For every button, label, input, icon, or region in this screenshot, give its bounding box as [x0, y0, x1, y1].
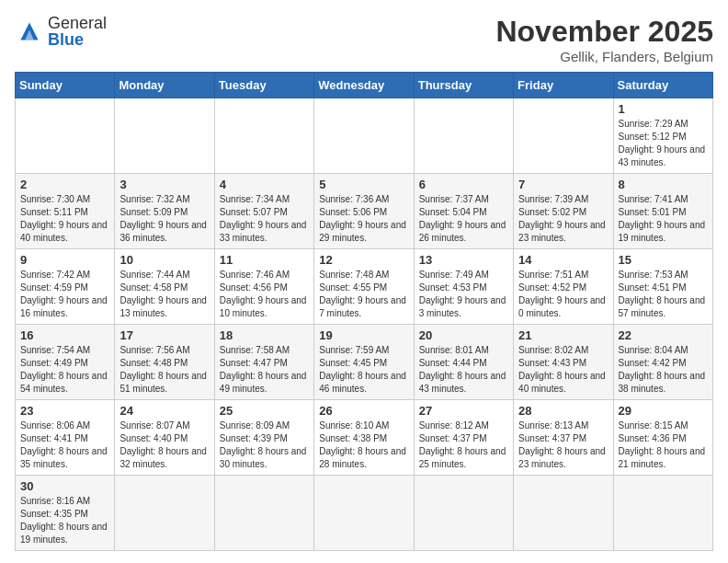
day-info: Sunrise: 7:34 AM Sunset: 5:07 PM Dayligh…	[220, 193, 309, 245]
day-number: 4	[220, 178, 309, 191]
location-subtitle: Gellik, Flanders, Belgium	[495, 49, 713, 64]
calendar-cell: 5Sunrise: 7:36 AM Sunset: 5:06 PM Daylig…	[314, 174, 414, 249]
day-info: Sunrise: 8:12 AM Sunset: 4:37 PM Dayligh…	[419, 419, 508, 471]
calendar-table: SundayMondayTuesdayWednesdayThursdayFrid…	[15, 72, 713, 551]
day-info: Sunrise: 7:37 AM Sunset: 5:04 PM Dayligh…	[419, 193, 508, 245]
day-number: 1	[619, 102, 708, 116]
calendar-cell: 13Sunrise: 7:49 AM Sunset: 4:53 PM Dayli…	[414, 249, 513, 325]
calendar-cell: 23Sunrise: 8:06 AM Sunset: 4:41 PM Dayli…	[16, 400, 115, 476]
day-info: Sunrise: 8:01 AM Sunset: 4:44 PM Dayligh…	[419, 344, 508, 396]
day-info: Sunrise: 7:53 AM Sunset: 4:51 PM Dayligh…	[619, 269, 708, 320]
day-number: 14	[518, 253, 608, 267]
day-number: 20	[419, 328, 508, 342]
calendar-cell: 10Sunrise: 7:44 AM Sunset: 4:58 PM Dayli…	[115, 249, 214, 325]
calendar-cell: 8Sunrise: 7:41 AM Sunset: 5:01 PM Daylig…	[613, 174, 712, 249]
day-info: Sunrise: 8:04 AM Sunset: 4:42 PM Dayligh…	[619, 344, 708, 396]
calendar-cell: 6Sunrise: 7:37 AM Sunset: 5:04 PM Daylig…	[414, 174, 513, 249]
day-number: 11	[220, 253, 309, 267]
day-number: 24	[119, 404, 209, 418]
day-number: 17	[119, 328, 209, 342]
calendar-cell: 26Sunrise: 8:10 AM Sunset: 4:38 PM Dayli…	[314, 400, 414, 476]
calendar-cell	[16, 98, 115, 174]
calendar-cell	[214, 476, 313, 551]
calendar-cell	[613, 476, 712, 551]
calendar-cell	[514, 98, 613, 174]
day-number: 12	[319, 253, 408, 267]
weekday-header-tuesday: Tuesday	[214, 73, 313, 98]
day-info: Sunrise: 8:16 AM Sunset: 4:35 PM Dayligh…	[20, 495, 109, 546]
day-info: Sunrise: 7:54 AM Sunset: 4:49 PM Dayligh…	[20, 344, 109, 396]
calendar-cell: 15Sunrise: 7:53 AM Sunset: 4:51 PM Dayli…	[613, 249, 712, 325]
day-number: 7	[518, 178, 608, 191]
day-number: 3	[119, 178, 209, 191]
calendar-cell: 25Sunrise: 8:09 AM Sunset: 4:39 PM Dayli…	[214, 400, 313, 476]
logo-general: General	[48, 14, 107, 32]
day-info: Sunrise: 7:46 AM Sunset: 4:56 PM Dayligh…	[220, 269, 309, 320]
weekday-header-friday: Friday	[514, 73, 613, 98]
day-info: Sunrise: 7:39 AM Sunset: 5:02 PM Dayligh…	[518, 193, 608, 245]
calendar-cell: 28Sunrise: 8:13 AM Sunset: 4:37 PM Dayli…	[514, 400, 613, 476]
calendar-cell: 29Sunrise: 8:15 AM Sunset: 4:36 PM Dayli…	[613, 400, 712, 476]
calendar-cell: 21Sunrise: 8:02 AM Sunset: 4:43 PM Dayli…	[514, 325, 613, 400]
title-block: November 2025 Gellik, Flanders, Belgium	[495, 15, 713, 64]
day-info: Sunrise: 7:48 AM Sunset: 4:55 PM Dayligh…	[319, 269, 408, 320]
day-info: Sunrise: 7:36 AM Sunset: 5:06 PM Dayligh…	[319, 193, 408, 245]
weekday-header-sunday: Sunday	[16, 73, 115, 98]
day-number: 28	[518, 404, 608, 418]
calendar-cell: 14Sunrise: 7:51 AM Sunset: 4:52 PM Dayli…	[514, 249, 613, 325]
day-number: 15	[619, 253, 708, 267]
day-number: 13	[419, 253, 508, 267]
weekday-header-row: SundayMondayTuesdayWednesdayThursdayFrid…	[16, 73, 713, 98]
calendar-week-row: 16Sunrise: 7:54 AM Sunset: 4:49 PM Dayli…	[16, 325, 713, 400]
logo-text: General Blue	[48, 15, 107, 48]
day-number: 23	[20, 404, 109, 418]
weekday-header-monday: Monday	[115, 73, 214, 98]
day-number: 9	[20, 253, 109, 267]
calendar-cell	[115, 476, 214, 551]
day-number: 26	[319, 404, 408, 418]
day-number: 8	[619, 178, 708, 191]
logo-blue: Blue	[48, 30, 84, 49]
calendar-week-row: 1Sunrise: 7:29 AM Sunset: 5:12 PM Daylig…	[16, 98, 713, 174]
day-number: 30	[20, 479, 109, 493]
day-info: Sunrise: 7:49 AM Sunset: 4:53 PM Dayligh…	[419, 269, 508, 320]
day-info: Sunrise: 7:41 AM Sunset: 5:01 PM Dayligh…	[619, 193, 708, 245]
day-info: Sunrise: 7:51 AM Sunset: 4:52 PM Dayligh…	[518, 269, 608, 320]
day-info: Sunrise: 8:06 AM Sunset: 4:41 PM Dayligh…	[20, 419, 109, 471]
calendar-cell: 24Sunrise: 8:07 AM Sunset: 4:40 PM Dayli…	[115, 400, 214, 476]
day-number: 29	[619, 404, 708, 418]
page-header: General Blue November 2025 Gellik, Fland…	[15, 15, 713, 64]
weekday-header-wednesday: Wednesday	[314, 73, 414, 98]
day-info: Sunrise: 8:13 AM Sunset: 4:37 PM Dayligh…	[518, 419, 608, 471]
day-info: Sunrise: 7:58 AM Sunset: 4:47 PM Dayligh…	[220, 344, 309, 396]
logo-icon	[15, 17, 44, 46]
day-info: Sunrise: 8:15 AM Sunset: 4:36 PM Dayligh…	[619, 419, 708, 471]
calendar-cell	[214, 98, 313, 174]
calendar-cell: 19Sunrise: 7:59 AM Sunset: 4:45 PM Dayli…	[314, 325, 414, 400]
day-number: 19	[319, 328, 408, 342]
day-info: Sunrise: 7:56 AM Sunset: 4:48 PM Dayligh…	[119, 344, 209, 396]
logo: General Blue	[15, 15, 107, 48]
calendar-cell	[115, 98, 214, 174]
calendar-week-row: 30Sunrise: 8:16 AM Sunset: 4:35 PM Dayli…	[16, 476, 713, 551]
calendar-cell: 17Sunrise: 7:56 AM Sunset: 4:48 PM Dayli…	[115, 325, 214, 400]
day-info: Sunrise: 7:32 AM Sunset: 5:09 PM Dayligh…	[119, 193, 209, 245]
month-title: November 2025	[495, 15, 713, 49]
calendar-cell: 1Sunrise: 7:29 AM Sunset: 5:12 PM Daylig…	[613, 98, 712, 174]
day-info: Sunrise: 7:44 AM Sunset: 4:58 PM Dayligh…	[119, 269, 209, 320]
calendar-cell	[414, 476, 513, 551]
day-info: Sunrise: 8:09 AM Sunset: 4:39 PM Dayligh…	[220, 419, 309, 471]
day-number: 18	[220, 328, 309, 342]
calendar-cell	[314, 98, 414, 174]
weekday-header-thursday: Thursday	[414, 73, 513, 98]
calendar-cell: 7Sunrise: 7:39 AM Sunset: 5:02 PM Daylig…	[514, 174, 613, 249]
day-number: 16	[20, 328, 109, 342]
calendar-cell	[414, 98, 513, 174]
calendar-cell: 16Sunrise: 7:54 AM Sunset: 4:49 PM Dayli…	[16, 325, 115, 400]
day-number: 25	[220, 404, 309, 418]
day-info: Sunrise: 8:10 AM Sunset: 4:38 PM Dayligh…	[319, 419, 408, 471]
calendar-cell: 2Sunrise: 7:30 AM Sunset: 5:11 PM Daylig…	[16, 174, 115, 249]
calendar-cell: 11Sunrise: 7:46 AM Sunset: 4:56 PM Dayli…	[214, 249, 313, 325]
calendar-cell: 20Sunrise: 8:01 AM Sunset: 4:44 PM Dayli…	[414, 325, 513, 400]
calendar-week-row: 9Sunrise: 7:42 AM Sunset: 4:59 PM Daylig…	[16, 249, 713, 325]
